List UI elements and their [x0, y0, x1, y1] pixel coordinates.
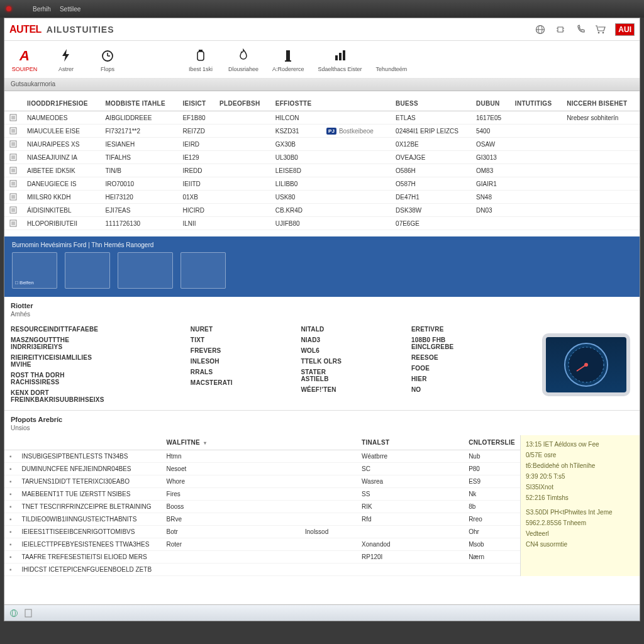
note-line: Vedteerl: [526, 528, 635, 539]
row-icon: [4, 125, 22, 138]
table-row[interactable]: ▪TNET TESCI'IRFRINZCEIPRE BLETRAININGBoo…: [4, 501, 520, 513]
notes-panel: 13:15 IET Aéldoxs ow Fee0/57E osret6:Bed…: [520, 435, 640, 576]
table-row[interactable]: ▪IHIDCST ICETEPICENFGUEENBOELD ZETB: [4, 564, 520, 576]
lower-section-title: Pfopots Arebríc: [4, 411, 640, 425]
detail-row: ROST THA DORH RACHISSIRESS: [11, 370, 184, 387]
globe-icon[interactable]: [535, 24, 546, 35]
detail-row: Rrals: [191, 367, 295, 377]
table-row[interactable]: NAUMEODESAIBGLIDDREEEEF1B80HILCONETLAS16…: [4, 111, 640, 125]
table-row[interactable]: ▪MAEBEENT1T TUE IZERSTT NSIBESFiresSSNk: [4, 488, 520, 501]
note-line: SI35IXnot: [526, 482, 635, 492]
detail-row: Fooe: [411, 363, 533, 374]
svg-text:A: A: [19, 48, 30, 64]
device-image: [542, 333, 630, 396]
svg-point-59: [584, 363, 588, 367]
table-row[interactable]: AIBETEE IDK5IKTIN/BIREDDLEISE8DO586HОМ83: [4, 164, 640, 177]
table-row[interactable]: MIILSR0 KKDHHEI7312001XBUSK80DE47H1SN48: [4, 191, 640, 204]
row-marker-icon: ▪: [4, 513, 17, 526]
toolbar: A SOUIPEN Astrer Flops Ibest 1ski Dlousr…: [4, 41, 640, 79]
row-marker-icon: ▪: [4, 488, 17, 501]
preview-strip-title: Burnomin Hevésimirs Ford | Thn Hernés Ra…: [12, 242, 632, 248]
app-header: AUTEL AILUSTUITIES AUI: [4, 18, 640, 41]
svg-rect-17: [285, 60, 291, 62]
lower-section-sub: Unsios: [4, 425, 640, 435]
table-row[interactable]: ÁIDISINKITEBLEJI7EASHICIRDCB.KR4DDSK38WD…: [4, 204, 640, 217]
table-row[interactable]: HLOPORIBIUTEII1111726130ILNIIUJIFB8007E6…: [4, 217, 640, 230]
brand-logo: AUTEL: [9, 24, 42, 35]
table-row[interactable]: ▪IEIEES1TTISEEIBCENRIGOTTOMIBVSBotrInols…: [4, 526, 520, 538]
thumbnail-2[interactable]: [65, 252, 110, 289]
details-panel: RESOURCEINDITTFAFAEBEMASZNGOUTTTHE INDRR…: [4, 321, 640, 411]
table-row[interactable]: ▪TILDIEO0WIB1IINNGUSTEICTHABNITSBRveRfdR…: [4, 513, 520, 526]
detail-row: No: [411, 384, 533, 395]
note-line: 0/57E osre: [526, 450, 635, 460]
brand-badge: AUI: [615, 23, 635, 36]
table-row[interactable]: MIAUCULEE EISEFI732171**2REI7ZDKSZD31PJB…: [4, 125, 640, 138]
clock-icon: [99, 47, 116, 64]
svg-rect-3: [558, 27, 563, 32]
toolbar-ibest[interactable]: Ibest 1ski: [187, 47, 214, 72]
table-row[interactable]: ▪TAAFRE TREFESESTIEITSI ELIOED MERSRP120…: [4, 551, 520, 564]
table-row[interactable]: NIASEAJIUINZ IATIFALHSIE129UL30B0OVEAJGE…: [4, 151, 640, 164]
table-row[interactable]: ▪DUMINUNCFEE NFEJIEINDNR04BESNesoetSCP80: [4, 463, 520, 475]
table-row[interactable]: DANEUGIECE ISIRO70010IEIITDLILIBB0O587HG…: [4, 177, 640, 191]
toolbar-aroder[interactable]: A:Rodererce: [272, 47, 304, 72]
modules-table: IIOODDR1FHESIOE MODBISTE ITAHLE IEISICT …: [4, 96, 640, 230]
detail-row: TIxT: [191, 335, 295, 345]
breadcrumb-bar: Gutsaukarmoria: [4, 79, 640, 91]
row-marker-icon: ▪: [4, 551, 17, 564]
toolbar-aster[interactable]: Astrer: [52, 47, 80, 72]
window-footer: [4, 604, 640, 621]
svg-point-60: [11, 609, 18, 616]
chip-icon[interactable]: [555, 24, 566, 35]
row-icon: [4, 191, 22, 204]
details-section-sub: Amhés: [4, 311, 640, 321]
detail-row: Eretivre: [411, 324, 533, 335]
flame-icon: [235, 47, 252, 64]
row-icon: [4, 111, 22, 125]
row-icon: [4, 217, 22, 230]
thumbnail-4[interactable]: [180, 252, 226, 289]
row-marker-icon: ▪: [4, 564, 17, 576]
detail-row: MASZNGOUTTTHE INDRRI3EIREIYS: [11, 335, 184, 352]
note-line: S3.50DI PH<tPhwites Int Jeme: [526, 507, 635, 518]
phone-icon[interactable]: [575, 24, 586, 35]
note-line: t6:Bedidehé oh hTilenihe: [526, 460, 635, 471]
letter-a-icon: A: [16, 47, 33, 64]
toolbar-stats[interactable]: Sdaelthacs Eister: [318, 47, 362, 72]
toolbar-flops[interactable]: Flops: [94, 47, 121, 72]
details-section-title: Riotter: [4, 297, 640, 311]
detail-row: NIAD3: [301, 335, 405, 345]
detail-row: Ttelk Olrs: [301, 356, 405, 367]
svg-rect-15: [199, 50, 203, 52]
chart-bar-icon: [331, 47, 349, 64]
detail-row: RESOURCEINDITTFAFAEBE: [11, 324, 184, 335]
detail-row: Frevers: [191, 345, 295, 356]
row-icon: [4, 138, 22, 151]
detail-row: Nitald: [301, 324, 405, 335]
table-row[interactable]: NIAURAIPEES XSIESIANEHIEIRDGX30B0X12BEOS…: [4, 138, 640, 151]
thumbnail-1[interactable]: □ Belfen: [12, 252, 57, 289]
toolbar-dlous[interactable]: Dlousriahee: [228, 47, 258, 72]
row-marker-icon: ▪: [4, 538, 17, 551]
footer-page-icon[interactable]: [25, 609, 32, 618]
menu-item-2[interactable]: Settilee: [60, 6, 80, 13]
cart-icon[interactable]: [595, 24, 606, 35]
toolbar-tehun[interactable]: Tehundteém: [376, 47, 408, 72]
row-icon: [4, 204, 22, 217]
row-marker-icon: ▪: [4, 463, 17, 475]
chevron-down-icon[interactable]: ▾: [204, 440, 206, 446]
footer-globe-icon[interactable]: [9, 609, 18, 618]
note-line: 13:15 IET Aéldoxs ow Fee: [526, 439, 635, 450]
table-row[interactable]: ▪INSUBIGESIPTBENTLESTS TN34BSHtmnWéatbrr…: [4, 450, 520, 463]
table-row[interactable]: ▪TARUENS1DID'T TETERIXCI30EABOWhoreWasre…: [4, 475, 520, 488]
blank-icon: [382, 47, 400, 64]
bolt-icon: [57, 47, 75, 64]
menu-item-1[interactable]: Berhih: [33, 6, 51, 13]
detail-row: Wol6: [301, 345, 405, 356]
thumbnail-3[interactable]: [118, 252, 173, 289]
svg-rect-18: [335, 55, 338, 60]
detail-row: Nuret: [191, 324, 295, 335]
table-row[interactable]: ▪IEIELECTTPFEBYESISTENEES TTWA3HESRoterX…: [4, 538, 520, 551]
toolbar-scan[interactable]: A SOUIPEN: [11, 47, 38, 72]
